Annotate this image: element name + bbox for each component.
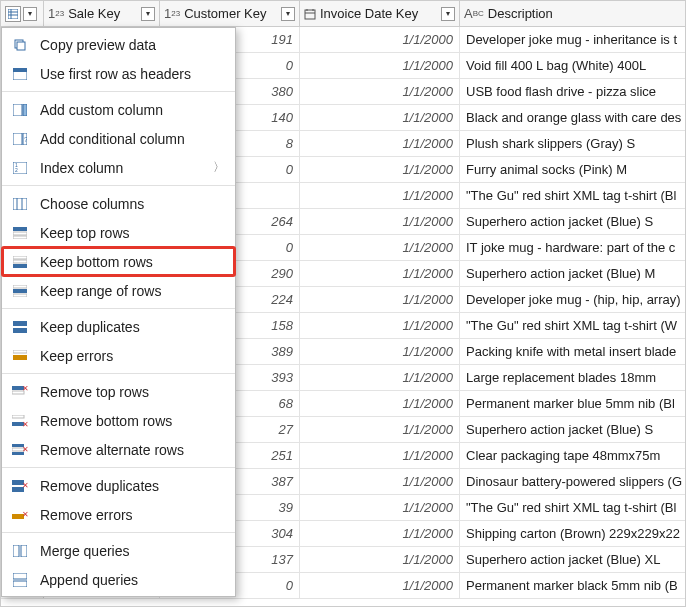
cell-description[interactable]: Dinosaur battery-powered slippers (G bbox=[460, 469, 685, 494]
cell-description[interactable]: "The Gu" red shirt XML tag t-shirt (Bl bbox=[460, 183, 685, 208]
menu-keep-bottom-rows[interactable]: Keep bottom rows bbox=[2, 247, 235, 276]
cell-invoice-date[interactable]: 1/1/2000 bbox=[300, 105, 460, 130]
table-corner[interactable]: ▾ bbox=[1, 1, 44, 26]
svg-rect-9 bbox=[17, 42, 25, 50]
column-header-customer-key[interactable]: 123 Customer Key ▾ bbox=[160, 1, 300, 26]
cell-description[interactable]: Superhero action jacket (Blue) M bbox=[460, 261, 685, 286]
svg-text:✕: ✕ bbox=[22, 510, 28, 519]
svg-text:✕: ✕ bbox=[22, 481, 28, 490]
cell-description[interactable]: Shipping carton (Brown) 229x229x22 bbox=[460, 521, 685, 546]
cell-invoice-date[interactable]: 1/1/2000 bbox=[300, 79, 460, 104]
remove-top-icon: ✕ bbox=[10, 383, 30, 401]
cell-description[interactable]: Developer joke mug - (hip, hip, array) bbox=[460, 287, 685, 312]
cell-description[interactable]: Developer joke mug - inheritance is t bbox=[460, 27, 685, 52]
svg-rect-29 bbox=[13, 285, 27, 288]
menu-choose-columns[interactable]: Choose columns bbox=[2, 189, 235, 218]
append-icon bbox=[10, 571, 30, 589]
menu-keep-range-rows[interactable]: Keep range of rows bbox=[2, 276, 235, 305]
cell-invoice-date[interactable]: 1/1/2000 bbox=[300, 443, 460, 468]
chevron-down-icon[interactable]: ▾ bbox=[441, 7, 455, 21]
menu-remove-duplicates[interactable]: ✕ Remove duplicates bbox=[2, 471, 235, 500]
menu-use-first-row[interactable]: Use first row as headers bbox=[2, 59, 235, 88]
cell-invoice-date[interactable]: 1/1/2000 bbox=[300, 495, 460, 520]
cell-description[interactable]: "The Gu" red shirt XML tag t-shirt (W bbox=[460, 313, 685, 338]
cell-description[interactable]: Permanent marker black 5mm nib (B bbox=[460, 573, 685, 598]
chevron-down-icon[interactable]: ▾ bbox=[23, 7, 37, 21]
svg-text:2: 2 bbox=[15, 167, 18, 173]
svg-text:?: ? bbox=[24, 136, 27, 143]
menu-separator bbox=[2, 91, 235, 92]
menu-index-column[interactable]: 12 Index column 〉 bbox=[2, 153, 235, 182]
cell-description[interactable]: Furry animal socks (Pink) M bbox=[460, 157, 685, 182]
submenu-arrow-icon: 〉 bbox=[213, 159, 225, 176]
chevron-down-icon[interactable]: ▾ bbox=[141, 7, 155, 21]
menu-copy-preview[interactable]: Copy preview data bbox=[2, 30, 235, 59]
menu-append-queries[interactable]: Append queries bbox=[2, 565, 235, 594]
column-header-invoice-date[interactable]: Invoice Date Key ▾ bbox=[300, 1, 460, 26]
cell-invoice-date[interactable]: 1/1/2000 bbox=[300, 131, 460, 156]
cell-invoice-date[interactable]: 1/1/2000 bbox=[300, 417, 460, 442]
column-header-description[interactable]: ABC Description bbox=[460, 1, 685, 26]
menu-keep-errors[interactable]: Keep errors bbox=[2, 341, 235, 370]
menu-remove-alternate-rows[interactable]: ✕ Remove alternate rows bbox=[2, 435, 235, 464]
menu-add-conditional-column[interactable]: ? Add conditional column bbox=[2, 124, 235, 153]
cell-invoice-date[interactable]: 1/1/2000 bbox=[300, 339, 460, 364]
cell-invoice-date[interactable]: 1/1/2000 bbox=[300, 521, 460, 546]
cell-description[interactable]: USB food flash drive - pizza slice bbox=[460, 79, 685, 104]
cell-description[interactable]: "The Gu" red shirt XML tag t-shirt (Bl bbox=[460, 495, 685, 520]
menu-merge-queries[interactable]: Merge queries bbox=[2, 536, 235, 565]
svg-rect-12 bbox=[13, 104, 22, 116]
menu-add-custom-column[interactable]: Add custom column bbox=[2, 95, 235, 124]
chevron-down-icon[interactable]: ▾ bbox=[281, 7, 295, 21]
cell-invoice-date[interactable]: 1/1/2000 bbox=[300, 573, 460, 598]
date-type-icon bbox=[304, 8, 316, 20]
cell-description[interactable]: Packing knife with metal insert blade bbox=[460, 339, 685, 364]
menu-remove-top-rows[interactable]: ✕ Remove top rows bbox=[2, 377, 235, 406]
cell-invoice-date[interactable]: 1/1/2000 bbox=[300, 27, 460, 52]
remove-alternate-icon: ✕ bbox=[10, 441, 30, 459]
cell-invoice-date[interactable]: 1/1/2000 bbox=[300, 53, 460, 78]
column-header-sale-key[interactable]: 123 Sale Key ▾ bbox=[44, 1, 160, 26]
cell-description[interactable]: Permanent marker blue 5mm nib (Bl bbox=[460, 391, 685, 416]
cell-invoice-date[interactable]: 1/1/2000 bbox=[300, 469, 460, 494]
svg-rect-39 bbox=[12, 415, 24, 418]
svg-rect-30 bbox=[13, 289, 27, 293]
cell-invoice-date[interactable]: 1/1/2000 bbox=[300, 287, 460, 312]
menu-label: Index column bbox=[40, 160, 123, 176]
cell-invoice-date[interactable]: 1/1/2000 bbox=[300, 313, 460, 338]
cell-invoice-date[interactable]: 1/1/2000 bbox=[300, 209, 460, 234]
cell-description[interactable]: Superhero action jacket (Blue) S bbox=[460, 209, 685, 234]
table-icon bbox=[5, 6, 21, 22]
keep-errors-icon bbox=[10, 347, 30, 365]
cell-invoice-date[interactable]: 1/1/2000 bbox=[300, 365, 460, 390]
column-label: Sale Key bbox=[68, 6, 120, 21]
svg-rect-31 bbox=[13, 294, 27, 297]
svg-rect-23 bbox=[13, 227, 27, 231]
cell-invoice-date[interactable]: 1/1/2000 bbox=[300, 235, 460, 260]
menu-label: Copy preview data bbox=[40, 37, 156, 53]
menu-keep-duplicates[interactable]: Keep duplicates bbox=[2, 312, 235, 341]
cell-description[interactable]: Plush shark slippers (Gray) S bbox=[460, 131, 685, 156]
cell-description[interactable]: IT joke mug - hardware: part of the c bbox=[460, 235, 685, 260]
menu-keep-top-rows[interactable]: Keep top rows bbox=[2, 218, 235, 247]
menu-remove-errors[interactable]: ✕ Remove errors bbox=[2, 500, 235, 529]
cell-description[interactable]: Superhero action jacket (Blue) XL bbox=[460, 547, 685, 572]
menu-label: Keep top rows bbox=[40, 225, 130, 241]
cell-description[interactable]: Void fill 400 L bag (White) 400L bbox=[460, 53, 685, 78]
cell-description[interactable]: Clear packaging tape 48mmx75m bbox=[460, 443, 685, 468]
text-type-icon: ABC bbox=[464, 6, 484, 21]
cell-invoice-date[interactable]: 1/1/2000 bbox=[300, 391, 460, 416]
cell-description[interactable]: Superhero action jacket (Blue) S bbox=[460, 417, 685, 442]
cell-invoice-date[interactable]: 1/1/2000 bbox=[300, 183, 460, 208]
cell-description[interactable]: Black and orange glass with care des bbox=[460, 105, 685, 130]
cell-invoice-date[interactable]: 1/1/2000 bbox=[300, 547, 460, 572]
svg-rect-54 bbox=[13, 581, 27, 587]
menu-label: Append queries bbox=[40, 572, 138, 588]
menu-label: Keep range of rows bbox=[40, 283, 161, 299]
menu-label: Keep errors bbox=[40, 348, 113, 364]
cell-invoice-date[interactable]: 1/1/2000 bbox=[300, 157, 460, 182]
cell-invoice-date[interactable]: 1/1/2000 bbox=[300, 261, 460, 286]
cell-description[interactable]: Large replacement blades 18mm bbox=[460, 365, 685, 390]
number-type-icon: 123 bbox=[48, 6, 64, 21]
menu-remove-bottom-rows[interactable]: ✕ Remove bottom rows bbox=[2, 406, 235, 435]
